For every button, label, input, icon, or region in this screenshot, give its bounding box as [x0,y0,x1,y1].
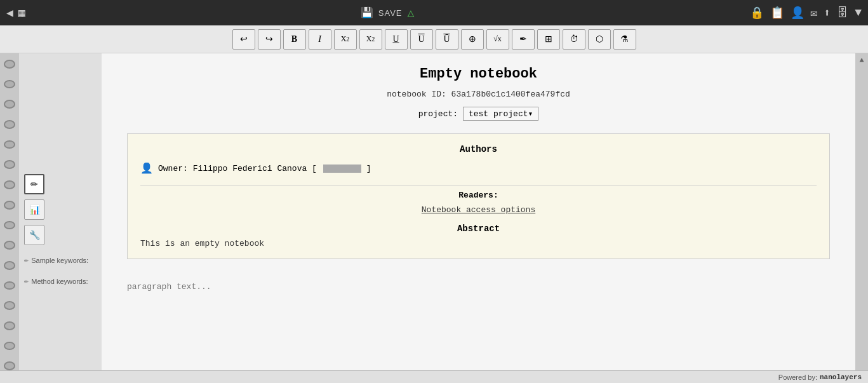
spiral-ring [4,100,15,109]
authors-section-title: Authors [140,144,817,154]
spiral-ring [4,342,15,351]
method-keywords-label: Method keywords: [31,278,88,285]
project-label: project: [418,109,458,119]
timestamp-button[interactable]: ⏱ [563,29,585,50]
spiral-ring [4,160,15,169]
mail-icon[interactable]: ✉ [811,6,818,20]
overline-button[interactable]: Ū [436,29,458,50]
lock-icon[interactable]: 🔒 [750,6,764,20]
undo-button[interactable]: ↩ [232,29,255,50]
table-button[interactable]: ⊞ [537,29,560,50]
spiral-ring [4,201,15,210]
toolbar: ↩ ↪ B I X2 X2 U U Ū ⊕ √x ✒ ⊞ ⏱ ⬡ ⚗ [0,25,868,53]
paragraph-input[interactable] [127,279,830,294]
strikethrough-button[interactable]: U [410,29,433,50]
right-scrollbar[interactable]: ▲ [855,53,868,370]
notebook-access-link[interactable]: Notebook access options [140,205,817,215]
spiral-ring [4,281,15,290]
chart-tool-button[interactable]: 📊 [24,199,44,220]
spiral-ring [4,221,15,230]
back-icon[interactable]: ◀ [6,6,13,20]
database-icon[interactable]: 🗄 [837,6,848,20]
save-button[interactable]: SAVE [378,8,403,18]
dropdown-arrow-icon[interactable]: ▼ [855,6,862,19]
cube-button[interactable]: ⬡ [588,29,611,50]
method-keywords-row: ✏ Method keywords: [24,276,102,286]
abstract-text: This is an empty notebook [140,239,817,248]
readers-label: Readers: [140,191,817,200]
superscript-button[interactable]: X2 [359,29,382,50]
sample-keywords-pencil-icon: ✏ [24,255,29,265]
notebook-title: Empty notebook [127,66,830,82]
wrench-tool-button[interactable]: 🔧 [24,225,44,245]
method-keywords-pencil-icon: ✏ [24,276,29,286]
bottombar: Powered by: nanolayers [0,370,868,383]
underline-button[interactable]: U [385,29,408,50]
owner-bracket-close: ] [366,164,371,173]
redo-button[interactable]: ↪ [258,29,281,50]
flask-button[interactable]: ⚗ [613,29,636,50]
layout-icon[interactable]: ▦ [18,6,25,20]
spiral-ring [4,180,15,189]
warning-icon: △ [408,6,415,20]
subscript-button[interactable]: X2 [334,29,357,50]
bold-button[interactable]: B [283,29,306,50]
spiral-ring [4,321,15,330]
powered-by-label: Powered by: [778,373,817,381]
scroll-up-icon[interactable]: ▲ [857,53,866,67]
italic-button[interactable]: I [309,29,331,50]
spiral-ring [4,120,15,129]
user-icon[interactable]: 👤 [791,6,805,20]
project-select[interactable]: test project▾ [463,107,538,121]
authors-divider [140,185,817,185]
sample-keywords-label: Sample keywords: [31,257,88,264]
link-button[interactable]: ⊕ [461,29,484,50]
math-button[interactable]: √x [486,29,509,50]
owner-redacted-value [323,165,361,173]
owner-row: 👤 Owner: Filippo Federici Canova [ ] [140,162,817,175]
topbar: ◀ ▦ 💾 SAVE △ 🔒 📋 👤 ✉ ⬆ 🗄 ▼ [0,0,868,25]
spiral-ring [4,301,15,310]
spiral-ring [4,361,15,370]
owner-avatar-icon: 👤 [140,162,153,175]
owner-name: Filippo Federici Canova [ [193,164,317,173]
notebook-id: notebook ID: 63a178b0c1c1400fea479fcd [127,90,830,99]
pen-button[interactable]: ✒ [512,29,535,50]
spiral-ring [4,60,15,69]
document-icon[interactable]: 📋 [770,6,784,20]
save-disk-icon: 💾 [361,6,373,19]
brand-logo: nanolayers [820,373,862,381]
notebook-content: Empty notebook notebook ID: 63a178b0c1c1… [102,53,855,370]
owner-label: Owner: [158,164,188,173]
sample-keywords-row: ✏ Sample keywords: [24,255,102,265]
project-row: project: test project▾ [127,107,830,121]
abstract-title: Abstract [140,224,817,234]
pencil-tool-button[interactable]: ✏ [24,174,44,194]
upload-icon[interactable]: ⬆ [824,6,831,20]
authors-box: Authors 👤 Owner: Filippo Federici Canova… [127,133,830,259]
left-spiral [0,53,19,370]
spiral-ring [4,241,15,250]
spiral-ring [4,140,15,149]
spiral-ring [4,80,15,89]
spiral-ring [4,261,15,270]
